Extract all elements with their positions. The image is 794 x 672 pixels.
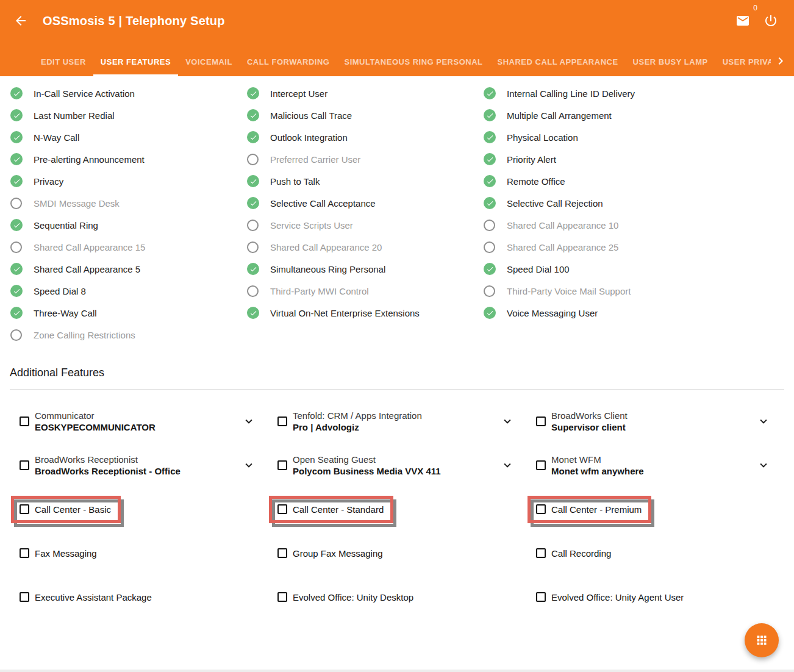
feature-label: Shared Call Appearance 25 xyxy=(507,242,618,252)
feature-label: Intercept User xyxy=(270,88,327,99)
feature-item-n-way-call[interactable]: N-Way Call xyxy=(10,126,247,148)
back-icon[interactable] xyxy=(13,13,28,28)
feature-item-three-way-call[interactable]: Three-Way Call xyxy=(10,302,247,324)
feature-item-internal-calling-line-id-delivery[interactable]: Internal Calling Line ID Delivery xyxy=(484,82,794,104)
feature-item-third-party-mwi-control[interactable]: Third-Party MWI Control xyxy=(247,280,484,302)
feature-item-last-number-redial[interactable]: Last Number Redial xyxy=(10,104,247,126)
feature-label: Last Number Redial xyxy=(34,110,115,121)
tab-call-forwarding[interactable]: CALL FORWARDING xyxy=(240,57,337,76)
additional-feature-inner: Evolved Office: Unity Desktop xyxy=(277,592,413,603)
feature-item-in-call-service-activation[interactable]: In-Call Service Activation xyxy=(10,82,247,104)
empty-circle-icon xyxy=(10,198,22,209)
tabs-scroll-right-icon[interactable] xyxy=(771,54,794,76)
feature-item-service-scripts-user[interactable]: Service Scripts User xyxy=(247,214,484,236)
feature-item-shared-call-appearance-20[interactable]: Shared Call Appearance 20 xyxy=(247,236,484,258)
checkbox[interactable] xyxy=(20,504,29,514)
additional-feature-text: CommunicatorEOSKYPECOMMUNICATOR xyxy=(35,410,156,433)
additional-feature-subtitle: Supervisor client xyxy=(551,421,628,433)
checkbox[interactable] xyxy=(277,592,287,602)
checkbox[interactable] xyxy=(277,504,287,514)
feature-item-simultaneous-ring-personal[interactable]: Simultaneous Ring Personal xyxy=(247,258,484,280)
chevron-down-icon[interactable] xyxy=(501,415,514,428)
additional-feature-text: BroadWorks ReceptionistBroadWorks Recept… xyxy=(35,454,181,477)
feature-label: Speed Dial 8 xyxy=(34,286,86,296)
empty-circle-icon xyxy=(10,329,22,341)
checkbox[interactable] xyxy=(20,460,29,470)
check-circle-icon xyxy=(247,307,259,319)
feature-item-sequential-ring[interactable]: Sequential Ring xyxy=(10,214,247,236)
checkbox[interactable] xyxy=(536,592,546,602)
feature-item-third-party-voice-mail-support[interactable]: Third-Party Voice Mail Support xyxy=(484,280,794,302)
feature-item-privacy[interactable]: Privacy xyxy=(10,170,247,192)
additional-feature-title: Call Center - Basic xyxy=(35,504,111,515)
tab-user-privacy-se[interactable]: USER PRIVACY SE xyxy=(715,57,771,76)
checkbox[interactable] xyxy=(20,416,29,426)
power-icon[interactable] xyxy=(764,13,778,28)
chevron-down-icon[interactable] xyxy=(501,459,514,472)
tab-bar: EDIT USERUSER FEATURESVOICEMAILCALL FORW… xyxy=(0,38,794,76)
checkbox[interactable] xyxy=(20,548,29,558)
empty-circle-icon xyxy=(247,285,259,297)
feature-item-virtual-on-net-enterprise-extensions[interactable]: Virtual On-Net Enterprise Extensions xyxy=(247,302,484,324)
feature-item-priority-alert[interactable]: Priority Alert xyxy=(484,148,794,170)
title-bar: OSSmosis 5 | Telephony Setup 0 xyxy=(0,0,794,38)
mail-icon[interactable] xyxy=(735,13,750,28)
feature-label: Privacy xyxy=(34,176,63,187)
feature-item-shared-call-appearance-15[interactable]: Shared Call Appearance 15 xyxy=(10,236,247,258)
check-circle-icon xyxy=(247,175,259,187)
additional-feature-text: Monet WFMMonet wfm anywhere xyxy=(551,454,644,477)
feature-column: In-Call Service ActivationLast Number Re… xyxy=(10,82,247,346)
feature-item-zone-calling-restrictions[interactable]: Zone Calling Restrictions xyxy=(10,324,247,346)
feature-label: Internal Calling Line ID Delivery xyxy=(507,88,635,99)
chevron-down-icon[interactable] xyxy=(757,459,770,472)
checkbox[interactable] xyxy=(536,416,546,426)
feature-item-remote-office[interactable]: Remote Office xyxy=(484,170,794,192)
chevron-down-icon[interactable] xyxy=(242,415,256,428)
feature-item-malicious-call-trace[interactable]: Malicious Call Trace xyxy=(247,104,484,126)
feature-item-physical-location[interactable]: Physical Location xyxy=(484,126,794,148)
feature-item-outlook-integration[interactable]: Outlook Integration xyxy=(247,126,484,148)
feature-item-preferred-carrier-user[interactable]: Preferred Carrier User xyxy=(247,148,484,170)
tab-user-features[interactable]: USER FEATURES xyxy=(93,57,178,76)
feature-item-speed-dial-8[interactable]: Speed Dial 8 xyxy=(10,280,247,302)
checkbox[interactable] xyxy=(277,548,287,558)
checkbox[interactable] xyxy=(536,460,546,470)
feature-item-intercept-user[interactable]: Intercept User xyxy=(247,82,484,104)
checkbox[interactable] xyxy=(536,548,546,558)
checkbox[interactable] xyxy=(277,416,287,426)
tab-user-busy-lamp[interactable]: USER BUSY LAMP xyxy=(626,57,715,76)
checkbox[interactable] xyxy=(277,460,287,470)
chevron-down-icon[interactable] xyxy=(757,415,770,428)
feature-item-smdi-message-desk[interactable]: SMDI Message Desk xyxy=(10,192,247,214)
tab-voicemail[interactable]: VOICEMAIL xyxy=(178,57,240,76)
feature-item-speed-dial-100[interactable]: Speed Dial 100 xyxy=(484,258,794,280)
checkbox[interactable] xyxy=(536,504,546,514)
feature-label: N-Way Call xyxy=(34,132,79,143)
feature-item-multiple-call-arrangement[interactable]: Multiple Call Arrangement xyxy=(484,104,794,126)
checkbox[interactable] xyxy=(20,592,29,602)
additional-feature-title: Fax Messaging xyxy=(35,548,97,559)
feature-item-pre-alerting-announcement[interactable]: Pre-alerting Announcement xyxy=(10,148,247,170)
feature-item-selective-call-rejection[interactable]: Selective Call Rejection xyxy=(484,192,794,214)
tab-shared-call-appearance[interactable]: SHARED CALL APPEARANCE xyxy=(490,57,626,76)
tab-simultaneous-ring-personal[interactable]: SIMULTANEOUS RING PERSONAL xyxy=(337,57,490,76)
check-circle-icon xyxy=(10,285,23,297)
feature-item-shared-call-appearance-25[interactable]: Shared Call Appearance 25 xyxy=(484,236,794,258)
tab-edit-user[interactable]: EDIT USER xyxy=(34,57,93,76)
additional-feature-inner: Open Seating GuestPolycom Business Media… xyxy=(277,454,441,477)
feature-label: Preferred Carrier User xyxy=(270,154,360,165)
feature-item-shared-call-appearance-5[interactable]: Shared Call Appearance 5 xyxy=(10,258,247,280)
feature-item-selective-call-acceptance[interactable]: Selective Call Acceptance xyxy=(247,192,484,214)
feature-item-push-to-talk[interactable]: Push to Talk xyxy=(247,170,484,192)
check-circle-icon xyxy=(484,109,496,121)
feature-item-voice-messaging-user[interactable]: Voice Messaging User xyxy=(484,302,794,324)
feature-label: Simultaneous Ring Personal xyxy=(270,264,385,274)
chevron-down-icon[interactable] xyxy=(242,459,256,472)
additional-feature-text: Evolved Office: Unity Desktop xyxy=(293,592,413,603)
empty-circle-icon xyxy=(10,241,22,253)
empty-circle-icon xyxy=(484,285,495,297)
feature-item-shared-call-appearance-10[interactable]: Shared Call Appearance 10 xyxy=(484,214,794,236)
fab-apps-button[interactable] xyxy=(745,623,779,657)
check-circle-icon xyxy=(247,109,259,121)
notification-count-badge: 0 xyxy=(753,4,757,12)
